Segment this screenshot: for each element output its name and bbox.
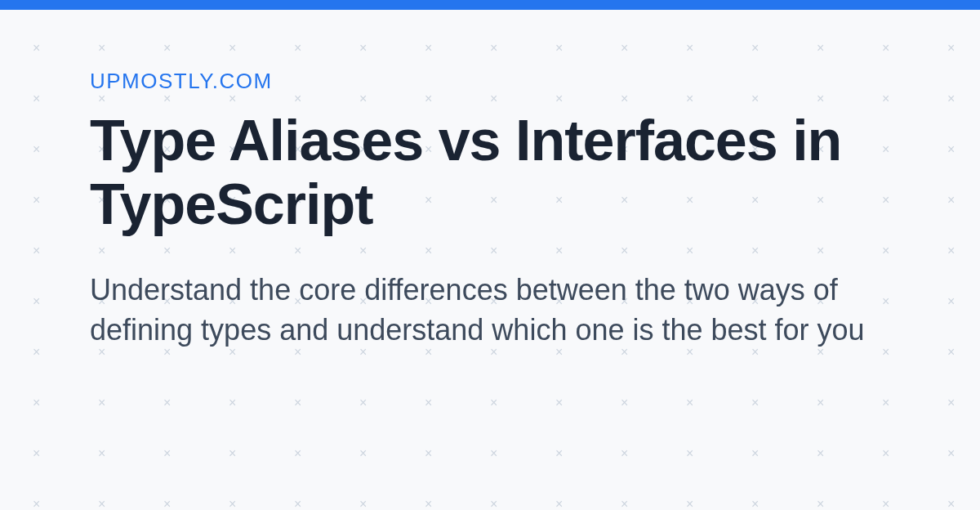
- article-title: Type Aliases vs Interfaces in TypeScript: [90, 109, 890, 237]
- article-card: UPMOSTLY.COM Type Aliases vs Interfaces …: [0, 10, 980, 351]
- article-description: Understand the core differences between …: [90, 270, 890, 351]
- accent-top-bar: [0, 0, 980, 10]
- site-name-label: UPMOSTLY.COM: [90, 69, 890, 94]
